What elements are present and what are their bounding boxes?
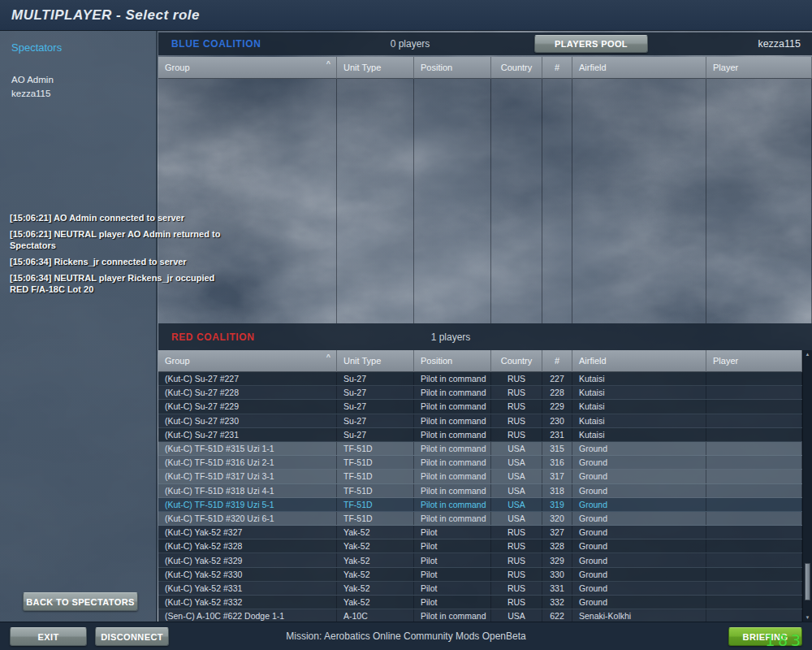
blue-column-header-country[interactable]: Country bbox=[491, 57, 542, 79]
cell-num: 329 bbox=[542, 553, 572, 566]
cell-position: Pilot bbox=[414, 526, 491, 539]
cell-country: RUS bbox=[491, 540, 542, 552]
disconnect-button[interactable]: DISCONNECT bbox=[95, 627, 169, 646]
table-row[interactable]: (Kut-C) Yak-52 #330Yak-52PilotRUS330Grou… bbox=[158, 568, 802, 582]
sort-asc-icon: ^ bbox=[326, 59, 330, 67]
cell-player bbox=[706, 456, 802, 469]
column-header-label: Group bbox=[165, 63, 190, 72]
table-row[interactable]: (Kut-C) Su-27 #228Su-27Pilot in commandR… bbox=[158, 386, 802, 400]
column-header-label: Unit Type bbox=[343, 356, 381, 366]
cell-unit: TF-51D bbox=[337, 498, 414, 511]
chat-message: [15:06:34] Rickens_jr connected to serve… bbox=[10, 256, 235, 267]
red-column-header-unit-type[interactable]: Unit Type bbox=[337, 350, 414, 372]
cell-airfield: Ground bbox=[572, 568, 706, 581]
red-column-header-player[interactable]: Player bbox=[706, 350, 802, 372]
table-row[interactable]: (Kut-C) Yak-52 #327Yak-52PilotRUS327Grou… bbox=[158, 526, 802, 540]
blue-column-header-player[interactable]: Player bbox=[706, 57, 812, 79]
table-row[interactable]: (Kut-C) Yak-52 #329Yak-52PilotRUS329Grou… bbox=[158, 553, 802, 567]
red-column-header-num[interactable]: # bbox=[542, 350, 572, 372]
red-coalition-bar: RED COALITION 1 players bbox=[158, 323, 812, 350]
cell-airfield: Ground bbox=[572, 470, 706, 483]
cell-position: Pilot bbox=[414, 540, 491, 552]
blue-column-header-num[interactable]: # bbox=[542, 57, 572, 79]
cell-country: RUS bbox=[491, 372, 542, 385]
red-column-header-airfield[interactable]: Airfield bbox=[572, 350, 706, 372]
cell-group: (Kut-C) Su-27 #228 bbox=[158, 386, 337, 399]
cell-num: 230 bbox=[542, 414, 572, 427]
column-header-label: Player bbox=[713, 356, 738, 366]
cell-num: 327 bbox=[542, 526, 572, 539]
column-header-label: Airfield bbox=[579, 356, 607, 366]
column-header-label: # bbox=[555, 356, 559, 366]
table-row[interactable]: (Kut-C) Su-27 #231Su-27Pilot in commandR… bbox=[158, 428, 802, 442]
red-table-header: Group^Unit TypePositionCountry#AirfieldP… bbox=[158, 350, 802, 372]
column-header-label: Group bbox=[165, 356, 190, 366]
red-table-scrollbar[interactable]: ▲ ▼ bbox=[802, 350, 812, 622]
back-to-spectators-button[interactable]: BACK TO SPECTATORS bbox=[23, 592, 138, 611]
cell-position: Pilot bbox=[414, 582, 491, 595]
cell-group: (Kut-C) TF-51D #315 Uzi 1-1 bbox=[158, 442, 337, 455]
scroll-up-icon[interactable]: ▲ bbox=[803, 350, 812, 358]
blue-column-header-position[interactable]: Position bbox=[414, 57, 491, 79]
cell-player bbox=[706, 442, 802, 455]
cell-group: (Kut-C) Yak-52 #330 bbox=[158, 568, 337, 581]
cell-airfield: Ground bbox=[572, 526, 706, 539]
table-row[interactable]: (Kut-C) Su-27 #227Su-27Pilot in commandR… bbox=[158, 372, 802, 386]
cell-airfield: Kutaisi bbox=[572, 414, 706, 427]
blue-coalition-bar: BLUE COALITION 0 players PLAYERS POOL ke… bbox=[158, 32, 812, 55]
column-header-label: Country bbox=[501, 63, 533, 72]
cell-unit: Su-27 bbox=[337, 428, 414, 441]
table-row[interactable]: (Kut-C) TF-51D #318 Uzi 4-1TF-51DPilot i… bbox=[158, 484, 802, 498]
cell-position: Pilot in command bbox=[414, 400, 491, 413]
column-header-label: # bbox=[555, 63, 559, 72]
cell-num: 316 bbox=[542, 456, 572, 469]
blue-column-header-group[interactable]: Group^ bbox=[158, 57, 337, 79]
table-row[interactable]: (Kut-C) Yak-52 #331Yak-52PilotRUS331Grou… bbox=[158, 582, 802, 596]
table-row[interactable]: (Sen-C) A-10C #622 Dodge 1-1A-10CPilot i… bbox=[158, 609, 802, 622]
cell-num: 227 bbox=[542, 372, 572, 385]
cell-player bbox=[706, 540, 802, 552]
cell-num: 231 bbox=[542, 428, 572, 441]
table-row[interactable]: (Kut-C) Yak-52 #328Yak-52PilotRUS328Grou… bbox=[158, 540, 802, 553]
cell-group: (Kut-C) Yak-52 #329 bbox=[158, 553, 337, 566]
roles-area: BLUE COALITION 0 players PLAYERS POOL ke… bbox=[158, 31, 812, 622]
blue-column-header-airfield[interactable]: Airfield bbox=[572, 57, 706, 79]
list-item-player[interactable]: kezza115 bbox=[11, 87, 156, 101]
table-row-selected[interactable]: (Kut-C) TF-51D #319 Uzi 5-1TF-51DPilot i… bbox=[158, 498, 802, 512]
list-item-player[interactable]: AO Admin bbox=[11, 73, 156, 87]
cell-unit: Yak-52 bbox=[337, 540, 414, 552]
table-row[interactable]: (Kut-C) Su-27 #230Su-27Pilot in commandR… bbox=[158, 414, 802, 428]
red-column-header-group[interactable]: Group^ bbox=[158, 350, 337, 372]
red-column-header-position[interactable]: Position bbox=[414, 350, 491, 372]
scroll-down-icon[interactable]: ▼ bbox=[803, 613, 812, 622]
sidebar-item-spectators[interactable]: Spectators bbox=[0, 31, 156, 54]
column-separator bbox=[337, 79, 414, 323]
table-row[interactable]: (Kut-C) TF-51D #316 Uzi 2-1TF-51DPilot i… bbox=[158, 456, 802, 470]
red-column-header-country[interactable]: Country bbox=[491, 350, 542, 372]
blue-table-body[interactable] bbox=[158, 79, 812, 323]
exit-button[interactable]: EXIT bbox=[10, 627, 87, 646]
table-row[interactable]: (Kut-C) Yak-52 #332Yak-52PilotRUS332Grou… bbox=[158, 596, 802, 609]
table-row[interactable]: (Kut-C) TF-51D #317 Uzi 3-1TF-51DPilot i… bbox=[158, 470, 802, 483]
players-pool-button[interactable]: PLAYERS POOL bbox=[534, 35, 648, 53]
chat-log: [15:06:21] AO Admin connected to server[… bbox=[10, 212, 235, 300]
blue-column-header-unit-type[interactable]: Unit Type bbox=[337, 57, 414, 79]
chat-message: [15:06:21] AO Admin connected to server bbox=[10, 212, 235, 223]
cell-country: RUS bbox=[491, 526, 542, 539]
page-title: MULTIPLAYER - Select role bbox=[11, 7, 200, 24]
table-row[interactable]: (Kut-C) TF-51D #315 Uzi 1-1TF-51DPilot i… bbox=[158, 442, 802, 456]
cell-position: Pilot in command bbox=[414, 386, 491, 399]
cell-airfield: Kutaisi bbox=[572, 400, 706, 413]
table-row[interactable]: (Kut-C) Su-27 #229Su-27Pilot in commandR… bbox=[158, 400, 802, 414]
cell-country: RUS bbox=[491, 568, 542, 581]
cell-player bbox=[706, 609, 802, 622]
cell-unit: Su-27 bbox=[337, 414, 414, 427]
column-header-label: Position bbox=[421, 356, 452, 366]
table-row[interactable]: (Kut-C) TF-51D #320 Uzi 6-1TF-51DPilot i… bbox=[158, 512, 802, 526]
red-players-count: 1 players bbox=[402, 332, 499, 343]
cell-position: Pilot bbox=[414, 568, 491, 581]
cell-unit: Su-27 bbox=[337, 386, 414, 399]
scrollbar-thumb[interactable] bbox=[805, 563, 810, 600]
cell-player bbox=[706, 582, 802, 595]
cell-player bbox=[706, 498, 802, 511]
